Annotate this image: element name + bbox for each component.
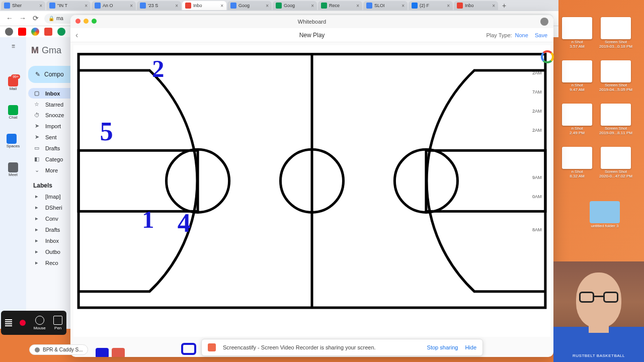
close-icon[interactable]: × [175, 3, 178, 9]
browser-tab[interactable]: Rece× [318, 1, 362, 10]
browser-tab[interactable]: Goog× [227, 1, 272, 10]
close-icon[interactable]: × [266, 3, 269, 9]
new-tab-button[interactable]: + [499, 2, 509, 10]
grid-icon [5, 319, 12, 326]
menu-icon[interactable]: ☰ [12, 44, 15, 49]
tab-label: Inbo [193, 3, 202, 8]
close-icon[interactable]: × [492, 3, 495, 9]
desktop-file[interactable]: n Shot8.32 AM [560, 147, 594, 179]
browser-tab[interactable]: '23 S× [137, 1, 181, 10]
maximize-window[interactable] [92, 19, 97, 24]
browser-tab[interactable]: Goog× [273, 1, 317, 10]
timestamp: 8AM [532, 227, 557, 232]
bookmark-apps[interactable] [5, 28, 13, 36]
mouse-icon [35, 316, 44, 325]
browser-tab[interactable]: Inbo× [182, 1, 226, 10]
browser-tab[interactable]: (2) F× [409, 1, 453, 10]
browser-tab[interactable]: SLOI× [363, 1, 408, 10]
favicon [230, 3, 236, 9]
label-icon: ▸ [33, 215, 40, 222]
annot-pen[interactable]: Pen [53, 316, 62, 330]
close-icon[interactable]: × [220, 3, 223, 9]
close-icon[interactable]: × [85, 3, 88, 9]
back-chevron-icon[interactable]: ‹ [75, 31, 78, 40]
desktop-file[interactable]: n Shot2.49 PM [560, 104, 594, 136]
nav-label: Catego [45, 156, 63, 162]
swatch-blue[interactable] [96, 348, 109, 357]
rail-item[interactable]: Meet [8, 162, 18, 177]
close-icon[interactable]: × [39, 3, 42, 9]
timestamp: 9AM [532, 175, 557, 180]
minimize-window[interactable] [84, 19, 89, 24]
label-text: Outbo [45, 249, 60, 255]
browser-tab[interactable]: Sher× [1, 1, 45, 10]
label-icon: ▸ [33, 248, 40, 255]
webcam-pip[interactable]: RUSTBELT BASKETBALL [553, 261, 644, 362]
label-text: Reco [45, 260, 58, 266]
desktop-folder[interactable]: untitled folder 3 [588, 201, 622, 229]
close-icon[interactable]: × [311, 3, 314, 9]
close-icon[interactable]: × [356, 3, 359, 9]
close-icon[interactable]: × [401, 3, 405, 9]
file-subtitle: 2019-04...5.05 PM [599, 88, 633, 93]
hide-bar-button[interactable]: Hide [465, 344, 476, 350]
gmail-m-icon: M [31, 45, 39, 56]
browser-tab-strip: Sher×"IN T×An O×'23 S×Inbo×Goog×Goog×Rec… [0, 0, 558, 11]
file-thumb-icon [562, 17, 592, 39]
rail-item[interactable]: Spaces [7, 134, 20, 148]
court-canvas[interactable]: 2 5 1 4 [73, 45, 550, 337]
timestamp: 7AM [532, 89, 557, 95]
nav-label: Sent [45, 134, 57, 140]
stop-sharing-button[interactable]: Stop sharing [427, 344, 458, 350]
close-icon[interactable]: × [130, 3, 133, 9]
swatch-red[interactable] [112, 348, 125, 357]
player-1: 1 [142, 206, 154, 233]
close-window[interactable] [75, 19, 80, 24]
user-avatar[interactable] [540, 18, 548, 26]
annot-mouse-label: Mouse [34, 326, 46, 330]
nav-label: Starred [45, 102, 63, 108]
forward-button[interactable]: → [18, 14, 27, 23]
desktop-file[interactable]: Screen Shot2019-09...8.11 PM [599, 104, 633, 136]
browser-tab[interactable]: Inbo× [454, 1, 498, 10]
favicon [276, 3, 282, 9]
nav-icon: ▢ [33, 90, 40, 97]
label-text: Drafts [45, 227, 60, 233]
bookmark-item[interactable] [57, 28, 65, 36]
timestamp: 0AM [532, 194, 557, 199]
rail-item[interactable]: 99+Mail [8, 76, 18, 91]
desktop-file[interactable]: Screen Shot2020-0...47.02 PM [599, 147, 633, 179]
desktop-file[interactable]: n Shot3.57 AM [560, 17, 594, 49]
gmail-chip[interactable]: BPR & Caddy S... [29, 344, 88, 355]
annot-mouse[interactable]: Mouse [34, 316, 46, 330]
annot-grid[interactable] [5, 319, 12, 326]
whiteboard-toolbar: ‹ New Play Play Type:None Save [70, 28, 553, 42]
play-type-value[interactable]: None [515, 32, 528, 38]
bookmark-youtube[interactable] [18, 28, 26, 36]
favicon [185, 3, 191, 9]
browser-tab[interactable]: "IN T× [46, 1, 91, 10]
bookmark-google[interactable] [31, 28, 39, 36]
play-title[interactable]: New Play [299, 32, 325, 39]
label-text: Conv [45, 216, 58, 222]
save-button[interactable]: Save [535, 32, 547, 38]
browser-tab[interactable]: An O× [92, 1, 136, 10]
bookmark-gmail[interactable] [44, 28, 52, 36]
label-icon: ▸ [33, 259, 40, 266]
file-subtitle: 2019-03...0.18 PM [599, 45, 633, 49]
close-icon[interactable]: × [447, 3, 450, 9]
timestamp: 2AM [532, 70, 557, 75]
reload-button[interactable]: ⟳ [31, 14, 40, 23]
tab-label: '23 S [148, 3, 158, 8]
nav-icon: ⌄ [33, 167, 40, 173]
desktop-file[interactable]: Screen Shot2019-03...0.18 PM [599, 17, 633, 49]
drawn-shape-tool[interactable] [181, 343, 196, 355]
titlebar: Whiteboard [70, 15, 553, 28]
annotation-toolbar[interactable]: Mouse Pen [1, 311, 66, 335]
rail-item[interactable]: Chat [8, 105, 18, 120]
desktop-file[interactable]: n Shot9.47 AM [560, 60, 594, 93]
back-button[interactable]: ← [5, 14, 14, 23]
annot-record[interactable] [20, 320, 26, 326]
desktop-file[interactable]: Screen Shot2019-04...5.05 PM [599, 60, 633, 93]
rail-icon [8, 105, 18, 115]
